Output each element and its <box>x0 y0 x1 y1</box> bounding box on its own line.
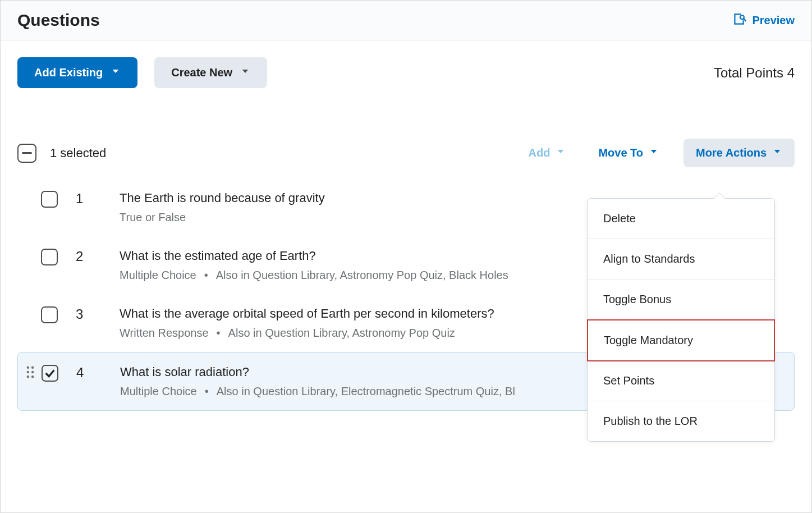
question-number: 4 <box>76 365 93 381</box>
move-to-dropdown[interactable]: Move To <box>590 141 667 165</box>
meta-separator-icon: • <box>205 385 209 398</box>
question-checkbox[interactable] <box>41 306 58 323</box>
preview-button[interactable]: Preview <box>732 12 795 29</box>
chevron-down-icon <box>240 66 250 79</box>
question-type: Multiple Choice <box>120 385 197 398</box>
add-dropdown[interactable]: Add <box>521 141 574 165</box>
question-checkbox[interactable] <box>41 249 58 265</box>
select-all-checkbox[interactable] <box>17 144 36 163</box>
preview-label: Preview <box>752 14 795 27</box>
svg-line-1 <box>744 19 746 21</box>
chevron-down-icon <box>556 146 566 159</box>
indeterminate-dash-icon <box>22 152 32 154</box>
svg-point-24 <box>27 375 29 378</box>
svg-point-21 <box>31 367 34 369</box>
meta-separator-icon: • <box>217 327 221 340</box>
svg-point-25 <box>31 375 34 378</box>
dropdown-item-align-to-standards[interactable]: Align to Standards <box>588 239 774 280</box>
drag-handle-icon[interactable] <box>25 365 36 378</box>
question-number: 1 <box>76 191 93 207</box>
chevron-down-icon <box>649 146 659 159</box>
dropdown-item-delete[interactable]: Delete <box>588 199 774 239</box>
selected-count: 1 selected <box>50 146 106 161</box>
create-new-label: Create New <box>171 66 232 79</box>
svg-point-22 <box>27 371 29 373</box>
question-number: 3 <box>76 306 93 322</box>
move-to-label: Move To <box>598 146 643 159</box>
chevron-down-icon <box>772 146 782 159</box>
question-also-in: Also in Question Library, Astronomy Pop … <box>228 327 455 340</box>
chevron-down-icon <box>111 66 121 79</box>
more-actions-dropdown[interactable]: More Actions <box>683 139 795 167</box>
question-number: 2 <box>76 249 93 264</box>
create-new-button[interactable]: Create New <box>154 57 267 88</box>
question-checkbox[interactable] <box>41 191 58 208</box>
dropdown-item-set-points[interactable]: Set Points <box>588 361 774 401</box>
question-type: True or False <box>120 211 186 224</box>
meta-separator-icon: • <box>204 269 208 282</box>
question-type: Written Response <box>120 327 209 340</box>
add-existing-label: Add Existing <box>34 66 103 79</box>
question-also-in: Also in Question Library, Astronomy Pop … <box>216 269 508 282</box>
question-type: Multiple Choice <box>120 269 196 282</box>
add-label: Add <box>529 146 550 159</box>
question-checkbox[interactable] <box>42 365 58 382</box>
add-existing-button[interactable]: Add Existing <box>17 57 137 88</box>
total-points: Total Points 4 <box>714 65 795 81</box>
svg-point-20 <box>27 367 29 369</box>
page-title: Questions <box>17 11 100 30</box>
preview-icon <box>732 12 746 29</box>
dropdown-item-toggle-mandatory[interactable]: Toggle Mandatory <box>587 319 775 361</box>
dropdown-item-publish-to-the-lor[interactable]: Publish to the LOR <box>588 401 774 441</box>
question-also-in: Also in Question Library, Electromagneti… <box>217 385 515 398</box>
more-actions-menu: DeleteAlign to StandardsToggle BonusTogg… <box>587 198 775 442</box>
svg-point-23 <box>31 371 34 373</box>
dropdown-item-toggle-bonus[interactable]: Toggle Bonus <box>588 280 774 320</box>
more-actions-label: More Actions <box>696 146 767 159</box>
